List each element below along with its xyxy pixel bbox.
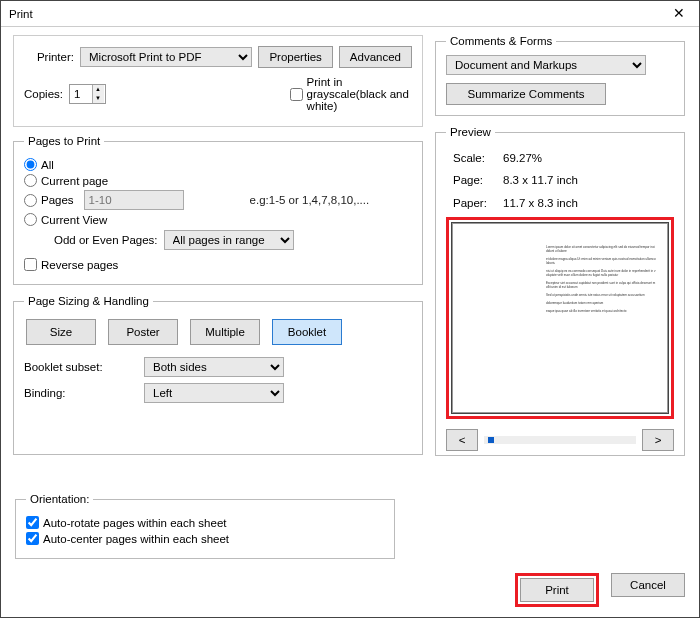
auto-center-checkbox[interactable]: [26, 532, 39, 545]
spinner-up-icon[interactable]: ▲: [92, 85, 104, 94]
auto-rotate-checkbox[interactable]: [26, 516, 39, 529]
booklet-subset-select[interactable]: Both sides: [144, 357, 284, 377]
printer-select[interactable]: Microsoft Print to PDF: [80, 47, 252, 67]
preview-meta: Scale:69.27% Page:8.3 x 11.7 inch Paper:…: [450, 146, 581, 215]
binding-select[interactable]: Left: [144, 383, 284, 403]
odd-even-label: Odd or Even Pages:: [54, 234, 158, 246]
printer-group: Printer: Microsoft Print to PDF Properti…: [13, 35, 423, 127]
printer-label: Printer:: [24, 51, 74, 63]
comments-legend: Comments & Forms: [446, 35, 556, 47]
preview-slider[interactable]: [484, 436, 636, 444]
preview-legend: Preview: [446, 126, 495, 138]
radio-current-view[interactable]: [24, 213, 37, 226]
pages-to-print-group: Pages to Print All Current page Pages e.…: [13, 135, 423, 285]
page-sizing-group: Page Sizing & Handling Size Poster Multi…: [13, 295, 423, 455]
reverse-pages-checkbox[interactable]: [24, 258, 37, 271]
preview-prev-button[interactable]: <: [446, 429, 478, 451]
radio-pages-label: Pages: [41, 194, 74, 206]
sizing-legend: Page Sizing & Handling: [24, 295, 153, 307]
booklet-subset-label: Booklet subset:: [24, 361, 144, 373]
pages-legend: Pages to Print: [24, 135, 104, 147]
titlebar: Print ✕: [1, 1, 699, 27]
copies-label: Copies:: [24, 88, 63, 100]
preview-box: Lorem ipsum dolor sit amet consectetur a…: [446, 217, 674, 419]
odd-even-select[interactable]: All pages in range: [164, 230, 294, 250]
radio-current-label: Current page: [41, 175, 108, 187]
auto-center-label: Auto-center pages within each sheet: [43, 533, 229, 545]
tab-multiple[interactable]: Multiple: [190, 319, 260, 345]
preview-group: Preview Scale:69.27% Page:8.3 x 11.7 inc…: [435, 126, 685, 456]
comments-group: Comments & Forms Document and Markups Su…: [435, 35, 685, 116]
preview-next-button[interactable]: >: [642, 429, 674, 451]
tab-poster[interactable]: Poster: [108, 319, 178, 345]
pages-hint: e.g:1-5 or 1,4,7,8,10,....: [250, 194, 370, 206]
tab-size[interactable]: Size: [26, 319, 96, 345]
radio-current-view-label: Current View: [41, 214, 107, 226]
reverse-pages-label: Reverse pages: [41, 259, 118, 271]
spinner-down-icon[interactable]: ▼: [92, 94, 104, 103]
orientation-group: Orientation: Auto-rotate pages within ea…: [15, 493, 395, 559]
radio-current-page[interactable]: [24, 174, 37, 187]
pages-input[interactable]: [84, 190, 184, 210]
auto-rotate-label: Auto-rotate pages within each sheet: [43, 517, 226, 529]
advanced-button[interactable]: Advanced: [339, 46, 412, 68]
tab-booklet[interactable]: Booklet: [272, 319, 342, 345]
comments-select[interactable]: Document and Markups: [446, 55, 646, 75]
grayscale-label: Print in grayscale(black and white): [307, 76, 412, 112]
preview-page: Lorem ipsum dolor sit amet consectetur a…: [451, 222, 669, 414]
print-button[interactable]: Print: [520, 578, 594, 602]
preview-page-content: Lorem ipsum dolor sit amet consectetur a…: [546, 245, 656, 313]
radio-all[interactable]: [24, 158, 37, 171]
cancel-button[interactable]: Cancel: [611, 573, 685, 597]
grayscale-checkbox[interactable]: [290, 88, 303, 101]
orientation-legend: Orientation:: [26, 493, 93, 505]
radio-pages[interactable]: [24, 194, 37, 207]
copies-value: 1: [74, 88, 80, 100]
properties-button[interactable]: Properties: [258, 46, 332, 68]
copies-spinner[interactable]: 1 ▲▼: [69, 84, 106, 104]
close-icon[interactable]: ✕: [665, 3, 693, 23]
radio-all-label: All: [41, 159, 54, 171]
binding-label: Binding:: [24, 387, 144, 399]
summarize-comments-button[interactable]: Summarize Comments: [446, 83, 606, 105]
window-title: Print: [9, 8, 33, 20]
